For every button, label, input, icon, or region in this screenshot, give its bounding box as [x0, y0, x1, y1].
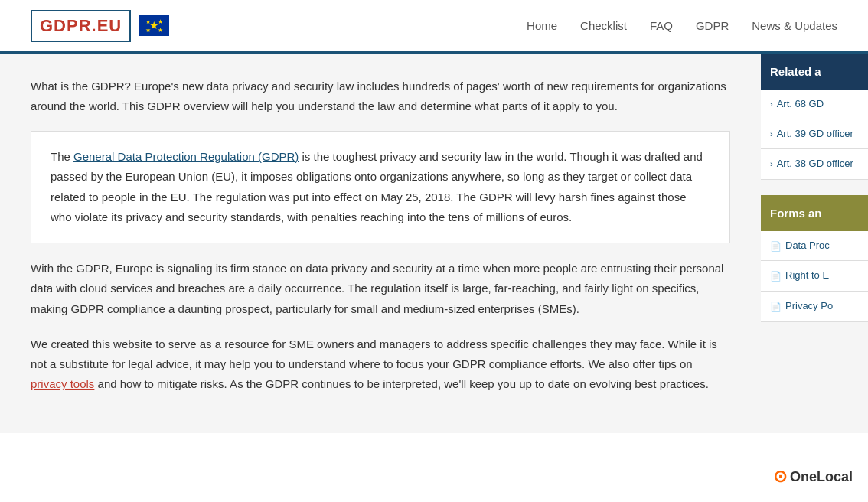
logo-area: GDPR.EU ★ ★ ★ ★ ★	[31, 10, 169, 42]
sidebar-forms-item-0[interactable]: 📄 Data Proc	[761, 231, 868, 262]
sidebar-forms-label-1: Right to E	[785, 269, 829, 282]
logo-eu-text: EU	[97, 16, 122, 35]
nav-home[interactable]: Home	[527, 19, 557, 32]
nav-gdpr[interactable]: GDPR	[696, 19, 729, 32]
document-icon: 📄	[770, 240, 782, 253]
sidebar-related-item-0[interactable]: › Art. 68 GD	[761, 90, 868, 119]
sidebar-related-item-2[interactable]: › Art. 38 GD officer	[761, 149, 868, 179]
logo-dot: .	[92, 16, 97, 35]
sidebar-forms-section: Forms an 📄 Data Proc 📄 Right to E 📄 Priv…	[761, 195, 868, 322]
sidebar-forms-item-2[interactable]: 📄 Privacy Po	[761, 292, 868, 322]
logo-gdpr-text: GDPR	[40, 16, 92, 35]
body-paragraph-1: With the GDPR, Europe is signaling its f…	[31, 259, 730, 319]
svg-text:★: ★	[145, 27, 151, 34]
highlight-pre: The	[51, 150, 73, 163]
intro-paragraph: What is the GDPR? Europe's new data priv…	[31, 77, 730, 116]
sidebar-related-header: Related a	[761, 54, 868, 90]
main-nav: Home Checklist FAQ GDPR News & Updates	[527, 19, 837, 32]
sidebar-related-label-0: Art. 68 GD	[777, 97, 824, 111]
sidebar-related-label-1: Art. 39 GD officer	[777, 127, 853, 141]
gdpr-logo[interactable]: GDPR.EU	[31, 10, 131, 42]
sidebar-forms-label-0: Data Proc	[785, 239, 830, 253]
chevron-icon: ›	[770, 129, 773, 140]
svg-text:★: ★	[158, 27, 163, 34]
sidebar-forms-header: Forms an	[761, 195, 868, 231]
body2-pre: We created this website to serve as a re…	[31, 337, 717, 370]
main-content: What is the GDPR? Europe's new data priv…	[0, 54, 761, 433]
gdpr-link[interactable]: General Data Protection Regulation (GDPR…	[73, 150, 299, 163]
svg-text:★: ★	[145, 18, 151, 25]
document-icon: 📄	[770, 270, 782, 283]
chevron-icon: ›	[770, 158, 773, 170]
main-container: What is the GDPR? Europe's new data priv…	[0, 54, 868, 433]
nav-faq[interactable]: FAQ	[650, 19, 673, 32]
site-header: GDPR.EU ★ ★ ★ ★ ★ Home Checklist FAQ GDP…	[0, 0, 868, 54]
body2-post: and how to mitigate risks. As the GDPR c…	[94, 377, 708, 390]
nav-news[interactable]: News & Updates	[752, 19, 837, 32]
sidebar: Related a › Art. 68 GD › Art. 39 GD offi…	[761, 54, 868, 433]
sidebar-forms-item-1[interactable]: 📄 Right to E	[761, 261, 868, 292]
sidebar-related-item-1[interactable]: › Art. 39 GD officer	[761, 119, 868, 149]
eu-flag-icon: ★ ★ ★ ★ ★	[139, 15, 169, 36]
privacy-tools-link[interactable]: privacy tools	[31, 377, 94, 390]
body-paragraph-2: We created this website to serve as a re…	[31, 334, 730, 395]
svg-text:★: ★	[158, 18, 163, 25]
document-icon: 📄	[770, 301, 782, 314]
sidebar-related-label-2: Art. 38 GD officer	[777, 157, 853, 171]
sidebar-forms-label-2: Privacy Po	[785, 299, 833, 313]
highlight-box: The General Data Protection Regulation (…	[31, 131, 730, 243]
chevron-icon: ›	[770, 99, 773, 110]
nav-checklist[interactable]: Checklist	[580, 19, 627, 32]
sidebar-related-section: Related a › Art. 68 GD › Art. 39 GD offi…	[761, 54, 868, 180]
